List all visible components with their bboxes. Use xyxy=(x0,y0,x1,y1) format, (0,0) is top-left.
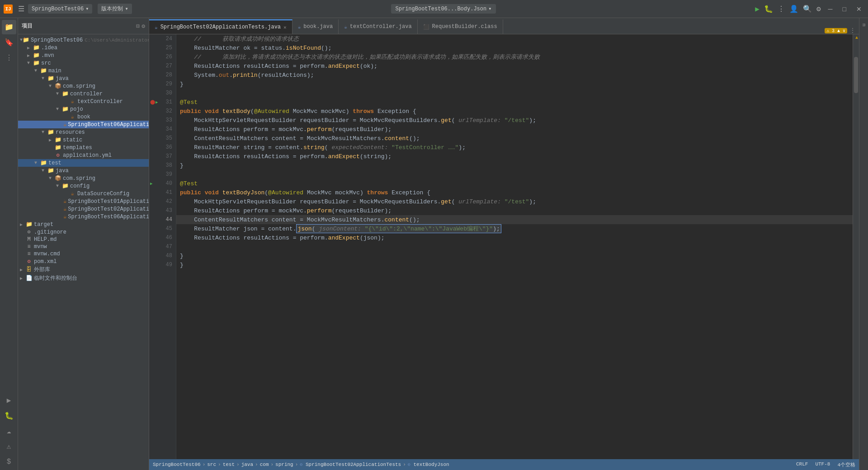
version-control[interactable]: 版本控制 ▾ xyxy=(98,4,132,14)
tree-java-test[interactable]: ▼ 📁 java xyxy=(18,167,149,174)
breadcrumb-java[interactable]: java xyxy=(241,462,253,467)
sb01-icon: ☕ xyxy=(63,198,66,205)
scratch-icon: 📄 xyxy=(25,275,33,282)
bookmarks-icon[interactable]: 🔖 xyxy=(2,35,16,50)
tree-extlib[interactable]: ▶ 🗄 外部库 xyxy=(18,265,149,274)
tree-resources[interactable]: ▼ 📁 resources xyxy=(18,128,149,136)
tree-main[interactable]: ▼ 📁 main xyxy=(18,67,149,75)
springapp-label: SpringBootTest06Application xyxy=(68,122,149,128)
tree-src[interactable]: ▼ 📁 src xyxy=(18,59,149,67)
line-42: 42 xyxy=(149,197,176,206)
tab-textcontroller[interactable]: ☕ textController.java xyxy=(339,19,417,34)
line-29: 29 xyxy=(149,80,176,89)
tree-sb02[interactable]: ☕ SpringBootTest02ApplicationTes xyxy=(18,205,149,213)
breadcrumb-project[interactable]: SpringBootTest06 xyxy=(153,462,201,467)
problems-icon[interactable]: ⚠ xyxy=(2,439,16,454)
tabs-actions: ⚠ 3 ▲ ∨ ⋮ xyxy=(821,27,859,34)
version-control-dropdown-icon: ▾ xyxy=(125,5,128,12)
settings-icon[interactable]: ⚙ xyxy=(816,5,821,14)
tree-root[interactable]: ▼ 📁 SpringBootTest06 C:\Users\Administra… xyxy=(18,36,149,44)
code-line-26: // 添加对比，将请求成功的状态与本次请求的状态做对比，如果匹配成功则表示请求成… xyxy=(176,52,853,61)
breadcrumb-test[interactable]: test xyxy=(223,462,235,467)
breadcrumb-class[interactable]: ⊙ SpringBootTest02ApplicationTests xyxy=(300,462,401,467)
com-spring-arrow: ▼ xyxy=(49,84,54,89)
tree-config[interactable]: ▼ 📁 config xyxy=(18,182,149,190)
tree-mvn[interactable]: ▶ 📁 .mvn xyxy=(18,52,149,59)
project-title[interactable]: SpringBootTest06...Body.Json ▾ xyxy=(391,4,496,14)
close-button[interactable]: ✕ xyxy=(854,5,864,14)
run-gutter-icon[interactable]: ▶ xyxy=(156,100,158,105)
maximize-button[interactable]: □ xyxy=(840,5,849,14)
tab-requestbuilder[interactable]: ⬛ RequestBuilder.class xyxy=(418,19,503,34)
tree-sb06[interactable]: ☕ SpringBootTest06ApplicationTes xyxy=(18,213,149,221)
code-line-28: System.out.println(resultActions); xyxy=(176,70,853,80)
tree-mvnw[interactable]: ≡ mvnw xyxy=(18,243,149,250)
controller-icon: 📁 xyxy=(61,90,69,97)
tab-springboottest02[interactable]: ☕ SpringBootTest02ApplicationTests.java … xyxy=(149,19,292,34)
tree-sb01[interactable]: ☕ SpringBootTest01ApplicationTes xyxy=(18,197,149,205)
structure-icon[interactable]: ⋮ xyxy=(2,51,16,65)
editor-scrollbar[interactable]: ▲ xyxy=(853,34,859,459)
breadcrumb-method[interactable]: ⊙ textBodyJson xyxy=(408,462,449,467)
mvnwcmd-icon: ≡ xyxy=(25,251,33,257)
encoding-indicator[interactable]: UTF-8 xyxy=(815,461,830,468)
debug-panel-icon[interactable]: 🐛 xyxy=(2,409,16,423)
tree-book[interactable]: ☕ book xyxy=(18,113,149,121)
tree-gitignore[interactable]: ⊙ .gitignore xyxy=(18,228,149,236)
tree-com-spring-test[interactable]: ▼ 📦 com.spring xyxy=(18,174,149,182)
line-ending-indicator[interactable]: CRLF xyxy=(796,461,808,468)
collapse-all-icon[interactable]: ⊟ xyxy=(136,23,140,30)
services-icon[interactable]: ☁ xyxy=(2,424,16,438)
tree-com-spring[interactable]: ▼ 📦 com.spring xyxy=(18,82,149,90)
profile-icon[interactable]: 👤 xyxy=(789,5,798,14)
tree-scratch[interactable]: ▶ 📄 临时文件和控制台 xyxy=(18,274,149,282)
sidebar-bottom-icons: ▶ 🐛 ☁ ⚠ $ xyxy=(2,393,16,470)
tab-book[interactable]: ☕ book.java xyxy=(292,19,339,34)
line-44: 44 xyxy=(149,215,176,224)
tree-textcontroller[interactable]: ☕ textController xyxy=(18,98,149,105)
tree-springapp[interactable]: ☕ SpringBootTest06Application xyxy=(18,121,149,128)
code-line-33: MockHttpServletRequestBuilder requestBui… xyxy=(176,116,853,125)
tree-pomxml[interactable]: ⚙ pom.xml xyxy=(18,258,149,265)
code-line-37: ResultActions resultActions = perform.an… xyxy=(176,152,853,161)
debug-icon[interactable]: 🐛 xyxy=(764,5,773,14)
tree-mvnwcmd[interactable]: ≡ mvnw.cmd xyxy=(18,250,149,258)
tree-templates[interactable]: 📁 templates xyxy=(18,144,149,151)
tree-appyml[interactable]: ⚙ application.yml xyxy=(18,151,149,159)
search-icon[interactable]: 🔍 xyxy=(803,5,812,14)
right-panel-label[interactable]: m xyxy=(861,24,867,27)
tab-springboottest02-close[interactable]: ✕ xyxy=(283,24,287,30)
tree-target[interactable]: ▶ 📁 target xyxy=(18,221,149,228)
tree-test[interactable]: ▼ 📁 test xyxy=(18,159,149,167)
code-content[interactable]: // 获取请求成功时候的请求状态 ResultMatcher ok = stat… xyxy=(176,34,853,459)
run-gutter-icon2[interactable]: ▶ xyxy=(150,181,152,186)
tree-idea[interactable]: ▶ 📁 .idea xyxy=(18,44,149,52)
test-icon: 📁 xyxy=(40,160,47,166)
tab-book-java-icon: ☕ xyxy=(298,24,301,30)
tree-datasourceconfig[interactable]: ☕ DataSourceConfig xyxy=(18,190,149,197)
pojo-label: pojo xyxy=(70,106,83,113)
run-icon[interactable]: ▶ xyxy=(755,5,760,14)
code-line-35: ContentResultMatchers content = MockMvcR… xyxy=(176,134,853,143)
project-selector[interactable]: SpringBootTest06 ▾ xyxy=(28,4,92,14)
idea-label: .idea xyxy=(41,45,57,51)
project-view-icon[interactable]: 📁 xyxy=(2,20,16,34)
tree-controller[interactable]: ▼ 📁 controller xyxy=(18,90,149,98)
scrollbar-thumb[interactable] xyxy=(854,57,858,93)
more-actions-icon[interactable]: ⋮ xyxy=(778,5,785,14)
terminal-icon[interactable]: $ xyxy=(2,455,16,469)
hamburger-menu[interactable]: ☰ xyxy=(18,5,24,14)
title-bar: IJ ☰ SpringBootTest06 ▾ 版本控制 ▾ SpringBoo… xyxy=(0,0,868,18)
tree-helpmd[interactable]: M HELP.md xyxy=(18,236,149,243)
indent-indicator[interactable]: 4个空格 xyxy=(837,461,855,468)
tabs-more-icon[interactable]: ⋮ xyxy=(850,27,855,34)
breadcrumb-com[interactable]: com xyxy=(260,462,269,467)
tree-static[interactable]: ▶ 📁 static xyxy=(18,136,149,144)
tree-java-main[interactable]: ▼ 📁 java xyxy=(18,75,149,82)
breadcrumb-src[interactable]: src xyxy=(207,462,216,467)
breadcrumb-spring[interactable]: spring xyxy=(275,462,293,467)
settings-panel-icon[interactable]: ⚙ xyxy=(142,23,145,30)
minimize-button[interactable]: ─ xyxy=(826,5,835,14)
run-panel-icon[interactable]: ▶ xyxy=(2,393,16,408)
tree-pojo[interactable]: ▼ 📁 pojo xyxy=(18,105,149,113)
